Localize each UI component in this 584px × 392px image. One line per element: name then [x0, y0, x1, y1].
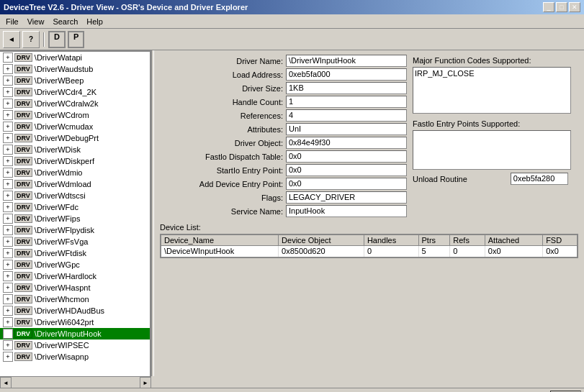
tree-item-name: \DriverWdmio: [35, 168, 83, 177]
tree-expand-icon[interactable]: +: [3, 110, 13, 120]
tree-item[interactable]: +DRV\DriverWisapnp: [0, 351, 150, 363]
hscroll-right-btn[interactable]: ►: [140, 377, 151, 388]
device-table-body: \DeviceWInputHook0x8500d6200500x00x0: [161, 246, 578, 257]
tree-item-name: \DriverWdtscsi: [35, 191, 86, 200]
tree-item[interactable]: +DRV\DriverWCdrom: [0, 109, 150, 121]
flags-value: LEGACY_DRIVER: [286, 191, 407, 204]
tree-item[interactable]: +DRV\DriverWdmload: [0, 178, 150, 190]
tree-expand-icon[interactable]: +: [3, 340, 13, 350]
menu-file[interactable]: File: [1, 16, 23, 27]
tree-expand-icon[interactable]: +: [3, 329, 13, 339]
tree-item[interactable]: +DRV\DriverWFdc: [0, 201, 150, 213]
driver-name-value: \DriverWInputHook: [286, 55, 407, 67]
tree-item[interactable]: +DRV\DriverWDiskperf: [0, 155, 150, 167]
back-button[interactable]: ◄: [3, 31, 20, 48]
tree-item-name: \DriverWDisk: [35, 145, 81, 154]
tree-item[interactable]: +DRV\DriverWFsVga: [0, 236, 150, 247]
tree-expand-icon[interactable]: +: [3, 214, 13, 224]
tree-expand-icon[interactable]: +: [3, 306, 13, 316]
tree-item[interactable]: +DRV\DriverWHaspnt: [0, 282, 150, 293]
hscroll-left-btn[interactable]: ◄: [0, 377, 12, 388]
tree-item[interactable]: +DRV\DriverWDebugPrt: [0, 132, 150, 144]
tree-expand-icon[interactable]: +: [3, 145, 13, 155]
tree-expand-icon[interactable]: +: [3, 260, 13, 270]
tree-item[interactable]: +DRV\DriverWi6042prt: [0, 316, 150, 328]
flags-label: Flags:: [160, 193, 286, 202]
startio-value: 0x0: [286, 164, 407, 176]
menu-view[interactable]: View: [23, 16, 49, 27]
tree-expand-icon[interactable]: +: [3, 168, 13, 178]
tree-expand-icon[interactable]: +: [3, 53, 13, 63]
tree-expand-icon[interactable]: +: [3, 99, 13, 109]
tree-expand-icon[interactable]: +: [3, 237, 13, 247]
references-row: References: 4: [160, 109, 407, 122]
tree-expand-icon[interactable]: +: [3, 191, 13, 201]
tree-item[interactable]: +DRV\DriverWHDAudBus: [0, 305, 150, 316]
load-address-value: 0xeb5fa000: [286, 68, 407, 81]
maximize-button[interactable]: □: [556, 2, 567, 12]
add-device-value: 0x0: [286, 178, 407, 190]
tree-item[interactable]: +DRV\DriverWBeep: [0, 75, 150, 86]
tree-item[interactable]: +DRV\DriverWCdralw2k: [0, 98, 150, 109]
tree-panel[interactable]: +DRV\DriverWatapi+DRV\DriverWaudstub+DRV…: [0, 50, 151, 376]
drv-badge: DRV: [14, 329, 32, 338]
tree-item[interactable]: +DRV\DriverWaudstub: [0, 63, 150, 75]
tree-item[interactable]: +DRV\DriverWatapi: [0, 52, 150, 63]
tree-hscrollbar[interactable]: ◄ ►: [0, 376, 151, 388]
tree-item[interactable]: +DRV\DriverWFtdisk: [0, 247, 150, 259]
tree-item[interactable]: +DRV\DriverWCdr4_2K: [0, 86, 150, 98]
tree-expand-icon[interactable]: +: [3, 248, 13, 258]
tree-expand-icon[interactable]: +: [3, 283, 13, 293]
title-bar-buttons: _ □ ✕: [543, 2, 580, 12]
p-button[interactable]: P: [68, 31, 84, 48]
tree-list: +DRV\DriverWatapi+DRV\DriverWaudstub+DRV…: [0, 52, 150, 363]
drv-badge: DRV: [14, 65, 32, 73]
tree-item[interactable]: +DRV\DriverWHardlock: [0, 270, 150, 282]
tree-item[interactable]: +DRV\DriverWIPSEC: [0, 339, 150, 351]
help-button[interactable]: ?: [22, 31, 40, 48]
tree-expand-icon[interactable]: +: [3, 122, 13, 132]
service-name-value: InputHook: [286, 205, 407, 217]
toolbar-separator: [43, 32, 45, 47]
close-button[interactable]: ✕: [569, 2, 580, 12]
tree-item[interactable]: +DRV\DriverWGpc: [0, 259, 150, 270]
tree-expand-icon[interactable]: +: [3, 179, 13, 189]
tree-expand-icon[interactable]: +: [3, 156, 13, 166]
tree-item[interactable]: +DRV\DriverWFlpydisk: [0, 224, 150, 236]
tree-expand-icon[interactable]: +: [3, 87, 13, 97]
minimize-button[interactable]: _: [543, 2, 554, 12]
menu-search[interactable]: Search: [48, 16, 82, 27]
tree-item[interactable]: +DRV\DriverWInputHook: [0, 328, 150, 339]
driver-size-value: 1KB: [286, 82, 407, 94]
tree-item[interactable]: +DRV\DriverWdtscsi: [0, 190, 150, 201]
tree-item-name: \DriverWhcmon: [35, 295, 89, 304]
tree-expand-icon[interactable]: +: [3, 76, 13, 86]
tree-expand-icon[interactable]: +: [3, 64, 13, 74]
tree-item[interactable]: +DRV\DriverWDisk: [0, 144, 150, 155]
tree-item-name: \DriverWGpc: [35, 260, 80, 269]
driver-object-label: Driver Object:: [160, 139, 286, 147]
table-cell-handles: 0: [364, 246, 418, 257]
tree-item[interactable]: +DRV\DriverWdmio: [0, 167, 150, 178]
tree-item-name: \DriverWatapi: [35, 53, 82, 62]
tree-item-name: \DriverWHaspnt: [35, 283, 91, 292]
drv-badge: DRV: [14, 295, 32, 304]
tree-expand-icon[interactable]: +: [3, 271, 13, 281]
menu-help[interactable]: Help: [82, 16, 107, 27]
d-button[interactable]: D: [48, 31, 66, 48]
tree-expand-icon[interactable]: +: [3, 317, 13, 327]
tree-expand-icon[interactable]: +: [3, 352, 13, 362]
tree-expand-icon[interactable]: +: [3, 294, 13, 304]
tree-item-name: \DriverWdmload: [35, 180, 91, 188]
service-name-label: Service Name:: [160, 207, 286, 216]
driver-object-value: 0x84e49f30: [286, 137, 407, 149]
tree-expand-icon[interactable]: +: [3, 225, 13, 235]
drv-badge: DRV: [14, 341, 32, 350]
tree-item[interactable]: +DRV\DriverWhcmon: [0, 293, 150, 305]
tree-item[interactable]: +DRV\DriverWFips: [0, 213, 150, 224]
tree-expand-icon[interactable]: +: [3, 133, 13, 143]
tree-item[interactable]: +DRV\DriverWcmudax: [0, 121, 150, 132]
drv-badge: DRV: [14, 180, 32, 188]
tree-expand-icon[interactable]: +: [3, 202, 13, 212]
right-panel: Driver Name: \DriverWInputHook Load Addr…: [154, 50, 584, 376]
